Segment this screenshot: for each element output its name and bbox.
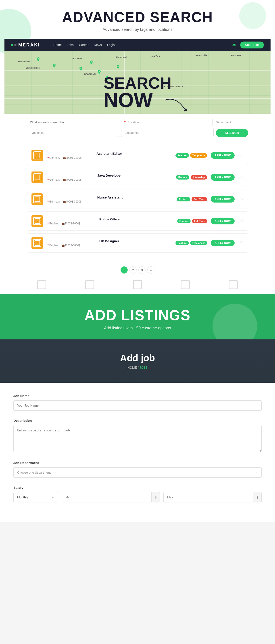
job-tags-5: Feature Freelancer <box>176 241 207 245</box>
deco-square-4 <box>181 280 190 289</box>
add-listings-section: ADD LISTINGS Add listings with +50 custo… <box>0 294 275 340</box>
search-row-2: Type of job Experience SEARCH <box>27 128 248 137</box>
heart-icon-4[interactable]: ♡ <box>240 218 244 224</box>
navbar-nav: Home Jobs Career News Login <box>53 43 115 47</box>
page-btn-1[interactable]: 1 <box>120 266 128 274</box>
heart-icon-1[interactable]: ♡ <box>240 153 244 158</box>
tag-intern-2: Internship <box>190 175 207 180</box>
job-card-2: Java Developer Germany 4000$-3000$ Featu… <box>27 168 248 187</box>
salary-max-input[interactable] <box>164 492 253 502</box>
salary-type-select[interactable]: Monthly Weekly Yearly Hourly <box>14 492 58 502</box>
apply-btn-1[interactable]: APPLY NOW <box>211 152 234 159</box>
job-tags-4: Feature Full Time <box>177 219 207 223</box>
description-input[interactable] <box>14 425 262 452</box>
job-logo-inner-5 <box>33 239 41 247</box>
salary-min-currency: $ <box>151 492 160 502</box>
tag-temp-1: Temporary <box>190 153 207 158</box>
job-logo-4 <box>32 215 43 227</box>
form-group-department: Job Department Choose one department <box>14 461 262 478</box>
job-listings: Assistant Editor Germany 2000$-3000$ Fea… <box>4 141 270 262</box>
map-label: Floral Park <box>230 54 241 56</box>
job-name-input[interactable] <box>14 400 262 411</box>
search-row-1: 📍 Location Department <box>27 118 248 126</box>
tag-fulltime-4: Full Time <box>192 219 207 223</box>
deco-square-3 <box>133 280 142 289</box>
tag-parttime-3: Part Time <box>192 197 207 202</box>
job-meta-5: England 4000$-3000$ <box>47 244 172 247</box>
department-select[interactable]: Choose one department <box>14 467 262 478</box>
job-name-label: Job Name <box>14 394 262 398</box>
tag-feature-4: Feature <box>177 219 190 223</box>
page-btn-next[interactable]: » <box>147 266 154 274</box>
job-title-1: Assistant Editor <box>47 152 172 156</box>
map-road <box>58 51 58 114</box>
nav-home[interactable]: Home <box>53 43 62 47</box>
apply-btn-3[interactable]: APPLY NOW <box>211 196 234 202</box>
page-btn-2[interactable]: 2 <box>130 266 136 274</box>
apply-btn-2[interactable]: APPLY NOW <box>211 174 234 181</box>
nav-jobs[interactable]: Jobs <box>67 43 74 47</box>
heart-icon-5[interactable]: ♡ <box>240 240 244 246</box>
job-tags-1: Feature Temporary <box>176 153 207 158</box>
location-icon: 📍 <box>123 120 126 124</box>
search-location-input[interactable]: 📍 Location <box>120 118 210 126</box>
add-job-banner-title: Add job <box>4 353 270 364</box>
job-title-2: Java Developer <box>47 174 172 177</box>
map-label: Bernardsville <box>18 60 30 63</box>
apply-btn-5[interactable]: APPLY NOW <box>211 240 234 246</box>
job-location-5: England <box>47 244 59 247</box>
map-label: BROOKLYN <box>84 73 96 75</box>
deco-square-5 <box>229 280 238 289</box>
map-pin <box>52 64 56 68</box>
search-department-select[interactable]: Department <box>212 118 248 126</box>
job-card-5: UX Designer England 4000$-3000$ Feature … <box>27 233 248 252</box>
navbar-brand[interactable]: MERÄKI <box>11 42 40 48</box>
job-location-2: Germany <box>47 178 60 181</box>
job-logo-inner-3 <box>33 195 41 203</box>
add-job-banner-content: Add job HOME / JOBS <box>4 353 270 369</box>
salary-row: Monthly Weekly Yearly Hourly $ $ <box>14 492 262 502</box>
map-pin <box>79 67 82 71</box>
dot-green <box>11 44 14 46</box>
heart-icon-3[interactable]: ♡ <box>240 197 244 202</box>
job-location-1: Germany <box>47 156 60 160</box>
dot-dark <box>14 44 16 46</box>
search-type-select[interactable]: Type of job <box>27 128 119 137</box>
breadcrumb: HOME / JOBS <box>4 366 270 369</box>
pagination: 1 2 3 » <box>4 262 270 278</box>
search-experience-select[interactable]: Experience <box>121 128 214 137</box>
deco-square-1 <box>37 280 46 289</box>
job-logo-2 <box>32 172 43 183</box>
job-tags-3: Feature Part Time <box>177 197 207 202</box>
job-info-2: Java Developer Germany 4000$-3000$ <box>47 174 172 181</box>
job-meta-4: England 4000$-3000$ <box>47 222 174 225</box>
job-info-4: Police Officer England 4000$-3000$ <box>47 217 174 225</box>
map-label: Rutherford <box>116 56 127 58</box>
form-group-description: Description <box>14 419 262 453</box>
page-btn-3[interactable]: 3 <box>138 266 146 274</box>
tag-feature-5: Feature <box>176 241 189 245</box>
job-title-4: Police Officer <box>47 217 174 221</box>
salary-min-input[interactable] <box>62 492 151 502</box>
search-what-input[interactable] <box>27 118 118 126</box>
salary-max-group: $ <box>164 492 262 502</box>
search-button[interactable]: SEARCH <box>216 129 248 137</box>
search-text-2: NOW <box>104 91 172 109</box>
nav-news[interactable]: News <box>94 43 102 47</box>
arrow-icon <box>162 96 189 114</box>
job-title-5: UX Designer <box>47 239 172 243</box>
job-title-3: Nurse Assistant <box>47 196 173 199</box>
nav-login[interactable]: Login <box>107 43 115 47</box>
cart-icon[interactable]: 🛍 <box>232 43 236 47</box>
job-location-3: Germany <box>47 200 60 203</box>
heart-icon-2[interactable]: ♡ <box>240 175 244 180</box>
job-logo-inner <box>33 152 41 160</box>
salary-min-group: $ <box>62 492 160 502</box>
tag-feature-3: Feature <box>177 197 190 202</box>
nav-career[interactable]: Career <box>79 43 88 47</box>
tag-freelance-5: Freelancer <box>190 241 207 245</box>
decorative-bottom-row <box>4 278 270 294</box>
navbar-add-job-button[interactable]: ADD JOB <box>240 42 264 48</box>
apply-btn-4[interactable]: APPLY NOW <box>211 218 234 224</box>
tag-feature-2: Feature <box>176 175 190 180</box>
